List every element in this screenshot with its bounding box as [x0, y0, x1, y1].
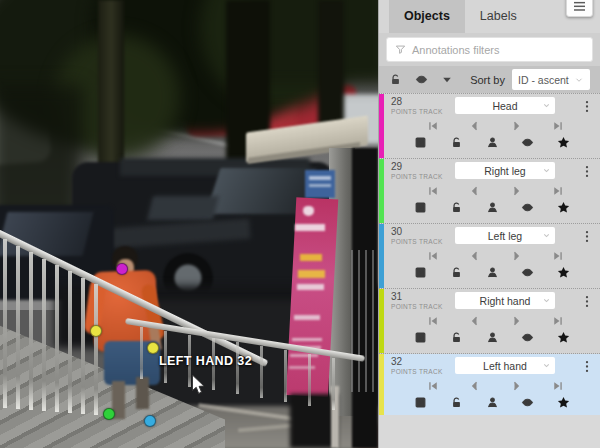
annotation-overlay: LEFT HAND 32	[0, 0, 378, 448]
first-keyframe-button[interactable]	[427, 250, 439, 262]
sort-select-value: ID - ascent	[518, 74, 569, 86]
label-select[interactable]: Head	[455, 97, 555, 114]
next-keyframe-button[interactable]	[510, 185, 522, 197]
first-keyframe-button[interactable]	[427, 120, 439, 132]
lock-button[interactable]	[450, 331, 463, 344]
hidden-eye-button[interactable]	[521, 201, 534, 214]
last-keyframe-button[interactable]	[552, 185, 564, 197]
hidden-eye-button[interactable]	[521, 266, 534, 279]
object-row[interactable]: 29 POINTS TRACK Right leg	[379, 159, 600, 224]
keyframe-star-button[interactable]	[557, 136, 570, 149]
image-canvas[interactable]: LEFT HAND 32	[0, 0, 378, 448]
tab-labels[interactable]: Labels	[465, 0, 532, 33]
chevron-down-icon	[542, 231, 551, 240]
next-keyframe-button[interactable]	[510, 120, 522, 132]
object-id-block: 31 POINTS TRACK	[391, 292, 455, 310]
prev-keyframe-button[interactable]	[469, 250, 481, 262]
object-row-header: 30 POINTS TRACK Left leg	[391, 227, 594, 245]
label-select[interactable]: Left leg	[455, 227, 555, 244]
annotations-filter-input[interactable]: Annotations filters	[386, 37, 593, 62]
occluded-person-button[interactable]	[486, 331, 499, 344]
prev-keyframe-button[interactable]	[469, 120, 481, 132]
switch-outside-button[interactable]	[414, 331, 427, 344]
first-keyframe-button[interactable]	[427, 380, 439, 392]
switch-outside-button[interactable]	[414, 136, 427, 149]
appearance-menu-button[interactable]	[566, 0, 593, 17]
switch-outside-button[interactable]	[414, 396, 427, 409]
object-color-stripe	[379, 289, 384, 353]
object-id: 32	[391, 357, 455, 367]
object-color-stripe	[379, 159, 384, 223]
lock-button[interactable]	[450, 396, 463, 409]
expand-caret-button[interactable]	[441, 74, 453, 86]
chevron-down-icon	[542, 166, 551, 175]
object-type: POINTS TRACK	[391, 368, 455, 375]
last-keyframe-button[interactable]	[552, 380, 564, 392]
sort-select[interactable]: ID - ascent	[512, 69, 590, 90]
kebab-menu-icon[interactable]	[580, 99, 594, 115]
prev-keyframe-button[interactable]	[469, 315, 481, 327]
keyframe-nav-row	[391, 375, 594, 392]
next-keyframe-button[interactable]	[510, 250, 522, 262]
switch-outside-button[interactable]	[414, 266, 427, 279]
next-keyframe-button[interactable]	[510, 380, 522, 392]
prev-keyframe-button[interactable]	[469, 380, 481, 392]
lock-all-button[interactable]	[389, 73, 402, 86]
left-hand-point[interactable]	[147, 342, 159, 354]
lock-button[interactable]	[450, 136, 463, 149]
last-keyframe-button[interactable]	[552, 315, 564, 327]
lock-button[interactable]	[450, 201, 463, 214]
hidden-eye-button[interactable]	[521, 396, 534, 409]
object-row[interactable]: 32 POINTS TRACK Left hand	[379, 354, 600, 419]
lock-button[interactable]	[450, 266, 463, 279]
hidden-eye-button[interactable]	[521, 331, 534, 344]
cvat-annotation-app: LEFT HAND 32 Objects Labels Annotations …	[0, 0, 600, 448]
active-point-label: LEFT HAND 32	[159, 354, 252, 368]
occluded-person-button[interactable]	[486, 396, 499, 409]
first-keyframe-button[interactable]	[427, 185, 439, 197]
object-row[interactable]: 31 POINTS TRACK Right hand	[379, 289, 600, 354]
first-keyframe-button[interactable]	[427, 315, 439, 327]
right-hand-point[interactable]	[90, 325, 102, 337]
keyframe-star-button[interactable]	[557, 331, 570, 344]
object-type: POINTS TRACK	[391, 173, 455, 180]
keyframe-star-button[interactable]	[557, 396, 570, 409]
object-actions-row	[391, 327, 594, 344]
object-actions-row	[391, 392, 594, 409]
left-leg-point[interactable]	[144, 415, 156, 427]
prev-keyframe-button[interactable]	[469, 185, 481, 197]
occluded-person-button[interactable]	[486, 136, 499, 149]
kebab-menu-icon[interactable]	[580, 229, 594, 245]
object-id-block: 32 POINTS TRACK	[391, 357, 455, 375]
next-keyframe-button[interactable]	[510, 315, 522, 327]
kebab-menu-icon[interactable]	[580, 359, 594, 375]
kebab-menu-icon[interactable]	[580, 294, 594, 310]
label-select-value: Left leg	[488, 230, 522, 242]
label-select[interactable]: Right leg	[455, 162, 555, 179]
object-id-block: 29 POINTS TRACK	[391, 162, 455, 180]
object-type: POINTS TRACK	[391, 303, 455, 310]
occluded-person-button[interactable]	[486, 266, 499, 279]
occluded-person-button[interactable]	[486, 201, 499, 214]
hide-all-eye-button[interactable]	[415, 73, 428, 86]
last-keyframe-button[interactable]	[552, 120, 564, 132]
object-row[interactable]: 28 POINTS TRACK Head	[379, 94, 600, 159]
filter-funnel-icon	[395, 44, 406, 55]
chevron-down-icon	[542, 296, 551, 305]
object-id: 29	[391, 162, 455, 172]
right-leg-point[interactable]	[103, 408, 115, 420]
switch-outside-button[interactable]	[414, 201, 427, 214]
label-select[interactable]: Right hand	[455, 292, 555, 309]
keyframe-star-button[interactable]	[557, 266, 570, 279]
object-row[interactable]: 30 POINTS TRACK Left leg	[379, 224, 600, 289]
keyframe-star-button[interactable]	[557, 201, 570, 214]
object-type: POINTS TRACK	[391, 238, 455, 245]
hidden-eye-button[interactable]	[521, 136, 534, 149]
last-keyframe-button[interactable]	[552, 250, 564, 262]
kebab-menu-icon[interactable]	[580, 164, 594, 180]
head-point[interactable]	[116, 263, 128, 275]
tab-objects[interactable]: Objects	[389, 0, 465, 33]
label-select[interactable]: Left hand	[455, 357, 555, 374]
mouse-cursor	[191, 375, 205, 395]
keyframe-nav-row	[391, 115, 594, 132]
